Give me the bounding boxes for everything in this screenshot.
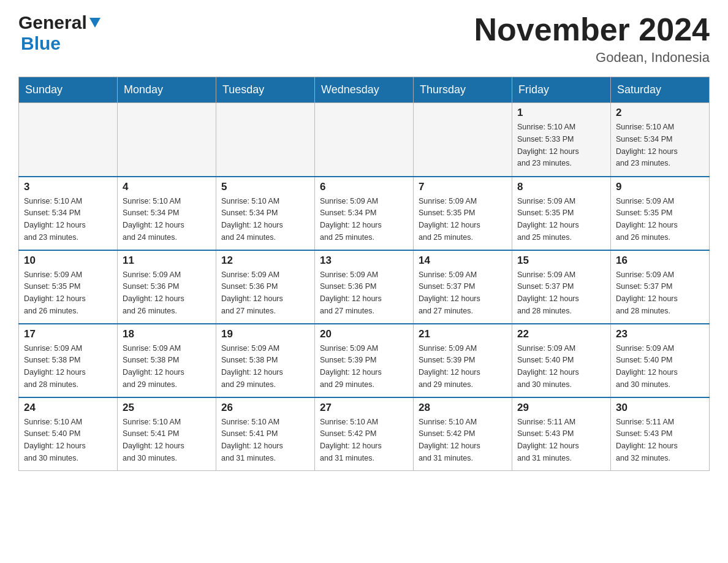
day-number: 14	[419, 255, 507, 267]
calendar-cell: 3Sunrise: 5:10 AM Sunset: 5:34 PM Daylig…	[19, 177, 118, 250]
calendar-cell: 14Sunrise: 5:09 AM Sunset: 5:37 PM Dayli…	[414, 250, 512, 324]
day-number: 3	[24, 181, 112, 193]
day-info: Sunrise: 5:09 AM Sunset: 5:35 PM Dayligh…	[517, 197, 579, 242]
calendar-cell: 28Sunrise: 5:10 AM Sunset: 5:42 PM Dayli…	[414, 397, 512, 471]
day-number: 13	[320, 255, 408, 267]
weekday-header-monday: Monday	[118, 77, 216, 103]
day-number: 27	[320, 402, 408, 414]
calendar-cell: 5Sunrise: 5:10 AM Sunset: 5:34 PM Daylig…	[216, 177, 315, 250]
day-info: Sunrise: 5:09 AM Sunset: 5:37 PM Dayligh…	[517, 270, 579, 315]
logo-general-text: General	[18, 12, 87, 33]
weekday-header-tuesday: Tuesday	[216, 77, 315, 103]
day-number: 18	[123, 328, 211, 340]
day-info: Sunrise: 5:09 AM Sunset: 5:40 PM Dayligh…	[616, 344, 678, 389]
calendar-cell: 6Sunrise: 5:09 AM Sunset: 5:34 PM Daylig…	[315, 177, 414, 250]
day-info: Sunrise: 5:09 AM Sunset: 5:36 PM Dayligh…	[123, 270, 184, 315]
day-info: Sunrise: 5:09 AM Sunset: 5:40 PM Dayligh…	[517, 344, 579, 389]
month-title: November 2024	[474, 12, 710, 47]
calendar-cell: 2Sunrise: 5:10 AM Sunset: 5:34 PM Daylig…	[611, 103, 710, 177]
calendar-cell: 1Sunrise: 5:10 AM Sunset: 5:33 PM Daylig…	[512, 103, 611, 177]
day-info: Sunrise: 5:09 AM Sunset: 5:37 PM Dayligh…	[616, 270, 678, 315]
calendar-cell: 15Sunrise: 5:09 AM Sunset: 5:37 PM Dayli…	[512, 250, 611, 324]
logo-blue-text: Blue	[21, 33, 61, 53]
day-info: Sunrise: 5:11 AM Sunset: 5:43 PM Dayligh…	[616, 418, 678, 462]
logo: General Blue	[18, 12, 100, 54]
calendar-cell: 4Sunrise: 5:10 AM Sunset: 5:34 PM Daylig…	[118, 177, 216, 250]
day-number: 9	[616, 181, 704, 193]
day-info: Sunrise: 5:09 AM Sunset: 5:35 PM Dayligh…	[419, 197, 480, 242]
day-info: Sunrise: 5:09 AM Sunset: 5:39 PM Dayligh…	[419, 344, 480, 389]
calendar-cell: 10Sunrise: 5:09 AM Sunset: 5:35 PM Dayli…	[19, 250, 118, 324]
day-info: Sunrise: 5:10 AM Sunset: 5:41 PM Dayligh…	[221, 418, 283, 462]
day-number: 1	[517, 107, 605, 119]
day-number: 2	[616, 107, 704, 119]
weekday-header-sunday: Sunday	[19, 77, 118, 103]
calendar-cell: 23Sunrise: 5:09 AM Sunset: 5:40 PM Dayli…	[611, 324, 710, 397]
day-info: Sunrise: 5:10 AM Sunset: 5:34 PM Dayligh…	[616, 123, 678, 167]
calendar-cell: 11Sunrise: 5:09 AM Sunset: 5:36 PM Dayli…	[118, 250, 216, 324]
day-info: Sunrise: 5:11 AM Sunset: 5:43 PM Dayligh…	[517, 418, 579, 462]
day-info: Sunrise: 5:09 AM Sunset: 5:38 PM Dayligh…	[123, 344, 184, 389]
day-number: 8	[517, 181, 605, 193]
calendar-cell: 18Sunrise: 5:09 AM Sunset: 5:38 PM Dayli…	[118, 324, 216, 397]
calendar-cell: 8Sunrise: 5:09 AM Sunset: 5:35 PM Daylig…	[512, 177, 611, 250]
day-info: Sunrise: 5:10 AM Sunset: 5:40 PM Dayligh…	[24, 418, 86, 462]
calendar-cell: 7Sunrise: 5:09 AM Sunset: 5:35 PM Daylig…	[414, 177, 512, 250]
calendar-cell: 25Sunrise: 5:10 AM Sunset: 5:41 PM Dayli…	[118, 397, 216, 471]
day-number: 30	[616, 402, 704, 414]
day-info: Sunrise: 5:09 AM Sunset: 5:38 PM Dayligh…	[221, 344, 283, 389]
calendar-cell: 26Sunrise: 5:10 AM Sunset: 5:41 PM Dayli…	[216, 397, 315, 471]
day-number: 25	[123, 402, 211, 414]
day-number: 20	[320, 328, 408, 340]
calendar-cell: 13Sunrise: 5:09 AM Sunset: 5:36 PM Dayli…	[315, 250, 414, 324]
calendar-cell	[118, 103, 216, 177]
day-number: 7	[419, 181, 507, 193]
calendar-cell	[315, 103, 414, 177]
calendar-cell: 20Sunrise: 5:09 AM Sunset: 5:39 PM Dayli…	[315, 324, 414, 397]
location-label: Godean, Indonesia	[474, 50, 710, 66]
calendar-cell: 21Sunrise: 5:09 AM Sunset: 5:39 PM Dayli…	[414, 324, 512, 397]
day-info: Sunrise: 5:10 AM Sunset: 5:42 PM Dayligh…	[320, 418, 382, 462]
day-number: 12	[221, 255, 309, 267]
title-block: November 2024 Godean, Indonesia	[474, 12, 710, 66]
calendar-cell	[216, 103, 315, 177]
day-info: Sunrise: 5:09 AM Sunset: 5:37 PM Dayligh…	[419, 270, 480, 315]
calendar-table: SundayMondayTuesdayWednesdayThursdayFrid…	[18, 77, 710, 471]
day-info: Sunrise: 5:10 AM Sunset: 5:33 PM Dayligh…	[517, 123, 579, 167]
weekday-header-saturday: Saturday	[611, 77, 710, 103]
day-info: Sunrise: 5:09 AM Sunset: 5:36 PM Dayligh…	[320, 270, 382, 315]
calendar-cell	[414, 103, 512, 177]
svg-marker-0	[89, 18, 100, 28]
weekday-header-thursday: Thursday	[414, 77, 512, 103]
day-info: Sunrise: 5:09 AM Sunset: 5:36 PM Dayligh…	[221, 270, 283, 315]
day-number: 21	[419, 328, 507, 340]
day-info: Sunrise: 5:09 AM Sunset: 5:35 PM Dayligh…	[24, 270, 86, 315]
day-info: Sunrise: 5:09 AM Sunset: 5:39 PM Dayligh…	[320, 344, 382, 389]
calendar-cell: 9Sunrise: 5:09 AM Sunset: 5:35 PM Daylig…	[611, 177, 710, 250]
day-number: 5	[221, 181, 309, 193]
day-info: Sunrise: 5:10 AM Sunset: 5:41 PM Dayligh…	[123, 418, 184, 462]
weekday-header-friday: Friday	[512, 77, 611, 103]
calendar-cell: 24Sunrise: 5:10 AM Sunset: 5:40 PM Dayli…	[19, 397, 118, 471]
day-number: 16	[616, 255, 704, 267]
calendar-cell: 12Sunrise: 5:09 AM Sunset: 5:36 PM Dayli…	[216, 250, 315, 324]
day-number: 23	[616, 328, 704, 340]
day-info: Sunrise: 5:10 AM Sunset: 5:34 PM Dayligh…	[221, 197, 283, 242]
calendar-cell: 27Sunrise: 5:10 AM Sunset: 5:42 PM Dayli…	[315, 397, 414, 471]
day-number: 10	[24, 255, 112, 267]
day-number: 22	[517, 328, 605, 340]
day-number: 11	[123, 255, 211, 267]
day-number: 6	[320, 181, 408, 193]
day-info: Sunrise: 5:09 AM Sunset: 5:35 PM Dayligh…	[616, 197, 678, 242]
calendar-cell	[19, 103, 118, 177]
day-info: Sunrise: 5:10 AM Sunset: 5:34 PM Dayligh…	[123, 197, 184, 242]
calendar-cell: 30Sunrise: 5:11 AM Sunset: 5:43 PM Dayli…	[611, 397, 710, 471]
calendar-cell: 29Sunrise: 5:11 AM Sunset: 5:43 PM Dayli…	[512, 397, 611, 471]
day-number: 24	[24, 402, 112, 414]
day-info: Sunrise: 5:10 AM Sunset: 5:34 PM Dayligh…	[24, 197, 86, 242]
day-number: 17	[24, 328, 112, 340]
day-number: 26	[221, 402, 309, 414]
calendar-cell: 17Sunrise: 5:09 AM Sunset: 5:38 PM Dayli…	[19, 324, 118, 397]
calendar-cell: 16Sunrise: 5:09 AM Sunset: 5:37 PM Dayli…	[611, 250, 710, 324]
calendar-cell: 22Sunrise: 5:09 AM Sunset: 5:40 PM Dayli…	[512, 324, 611, 397]
